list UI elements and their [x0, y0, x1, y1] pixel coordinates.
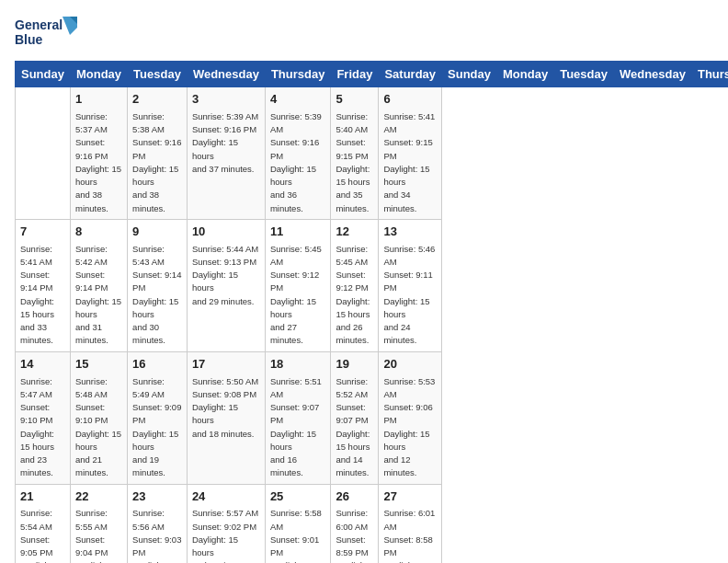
day-number: 9: [132, 224, 182, 241]
day-info: Sunrise: 5:39 AM Sunset: 9:16 PM Dayligh…: [192, 110, 260, 176]
day-number: 19: [336, 356, 373, 373]
calendar-cell: 27Sunrise: 6:01 AM Sunset: 8:58 PM Dayli…: [379, 484, 442, 563]
day-info: Sunrise: 5:46 AM Sunset: 9:11 PM Dayligh…: [383, 243, 437, 348]
day-info: Sunrise: 5:45 AM Sunset: 9:12 PM Dayligh…: [270, 243, 326, 348]
day-info: Sunrise: 5:42 AM Sunset: 9:14 PM Dayligh…: [75, 243, 122, 348]
day-info: Sunrise: 5:44 AM Sunset: 9:13 PM Dayligh…: [192, 243, 260, 308]
day-number: 6: [383, 91, 437, 109]
day-number: 24: [192, 488, 260, 506]
day-number: 7: [20, 224, 65, 241]
page-header: General Blue: [15, 15, 713, 53]
calendar-cell: 26Sunrise: 6:00 AM Sunset: 8:59 PM Dayli…: [331, 484, 379, 563]
day-info: Sunrise: 5:39 AM Sunset: 9:16 PM Dayligh…: [270, 110, 326, 215]
day-info: Sunrise: 5:41 AM Sunset: 9:14 PM Dayligh…: [20, 243, 65, 348]
svg-text:General: General: [15, 17, 63, 32]
calendar-cell: 23Sunrise: 5:56 AM Sunset: 9:03 PM Dayli…: [128, 484, 188, 563]
week-row-4: 21Sunrise: 5:54 AM Sunset: 9:05 PM Dayli…: [16, 484, 729, 563]
calendar-cell: 20Sunrise: 5:53 AM Sunset: 9:06 PM Dayli…: [379, 351, 442, 484]
header-day-thursday: Thursday: [265, 62, 331, 87]
header-day-tuesday: Tuesday: [128, 62, 188, 87]
day-info: Sunrise: 5:48 AM Sunset: 9:10 PM Dayligh…: [75, 375, 122, 480]
day-number: 22: [75, 488, 122, 506]
week-row-2: 7Sunrise: 5:41 AM Sunset: 9:14 PM Daylig…: [16, 219, 729, 351]
day-number: 5: [336, 91, 373, 109]
day-info: Sunrise: 6:00 AM Sunset: 8:59 PM Dayligh…: [336, 507, 373, 563]
day-number: 4: [270, 91, 326, 109]
calendar-cell: 1Sunrise: 5:37 AM Sunset: 9:16 PM Daylig…: [70, 87, 127, 220]
day-info: Sunrise: 5:54 AM Sunset: 9:05 PM Dayligh…: [20, 507, 65, 563]
day-number: 14: [20, 356, 65, 373]
header-monday: Monday: [497, 62, 554, 87]
day-number: 25: [270, 488, 326, 506]
calendar-cell: 24Sunrise: 5:57 AM Sunset: 9:02 PM Dayli…: [187, 484, 265, 563]
calendar-cell: 10Sunrise: 5:44 AM Sunset: 9:13 PM Dayli…: [187, 219, 265, 351]
calendar-cell: 4Sunrise: 5:39 AM Sunset: 9:16 PM Daylig…: [265, 87, 331, 220]
day-number: 21: [20, 488, 65, 506]
calendar-cell: 18Sunrise: 5:51 AM Sunset: 9:07 PM Dayli…: [265, 351, 331, 484]
day-info: Sunrise: 5:57 AM Sunset: 9:02 PM Dayligh…: [192, 507, 260, 563]
day-number: 1: [75, 91, 122, 109]
day-info: Sunrise: 5:49 AM Sunset: 9:09 PM Dayligh…: [132, 375, 182, 480]
svg-text:Blue: Blue: [15, 32, 43, 47]
day-info: Sunrise: 5:58 AM Sunset: 9:01 PM Dayligh…: [270, 507, 326, 563]
day-info: Sunrise: 5:43 AM Sunset: 9:14 PM Dayligh…: [132, 243, 182, 348]
day-info: Sunrise: 5:56 AM Sunset: 9:03 PM Dayligh…: [132, 507, 182, 563]
day-info: Sunrise: 5:47 AM Sunset: 9:10 PM Dayligh…: [20, 375, 65, 480]
calendar-cell: 19Sunrise: 5:52 AM Sunset: 9:07 PM Dayli…: [331, 351, 379, 484]
calendar-cell: 7Sunrise: 5:41 AM Sunset: 9:14 PM Daylig…: [16, 219, 71, 351]
calendar-cell: 9Sunrise: 5:43 AM Sunset: 9:14 PM Daylig…: [128, 219, 188, 351]
header-sunday: Sunday: [442, 62, 497, 87]
day-info: Sunrise: 5:55 AM Sunset: 9:04 PM Dayligh…: [75, 507, 122, 563]
day-number: 11: [270, 224, 326, 241]
header-tuesday: Tuesday: [554, 62, 614, 87]
day-number: 10: [192, 224, 260, 241]
day-info: Sunrise: 5:53 AM Sunset: 9:06 PM Dayligh…: [383, 375, 437, 480]
day-info: Sunrise: 5:40 AM Sunset: 9:15 PM Dayligh…: [336, 110, 373, 215]
calendar-header-row: SundayMondayTuesdayWednesdayThursdayFrid…: [16, 62, 729, 87]
calendar-cell: 8Sunrise: 5:42 AM Sunset: 9:14 PM Daylig…: [70, 219, 127, 351]
calendar-cell: 17Sunrise: 5:50 AM Sunset: 9:08 PM Dayli…: [187, 351, 265, 484]
calendar-cell: 16Sunrise: 5:49 AM Sunset: 9:09 PM Dayli…: [128, 351, 188, 484]
calendar-cell: 22Sunrise: 5:55 AM Sunset: 9:04 PM Dayli…: [70, 484, 127, 563]
calendar-cell: 5Sunrise: 5:40 AM Sunset: 9:15 PM Daylig…: [331, 87, 379, 220]
day-info: Sunrise: 6:01 AM Sunset: 8:58 PM Dayligh…: [383, 507, 437, 563]
day-info: Sunrise: 5:52 AM Sunset: 9:07 PM Dayligh…: [336, 375, 373, 480]
day-number: 2: [132, 91, 182, 109]
calendar-cell: 25Sunrise: 5:58 AM Sunset: 9:01 PM Dayli…: [265, 484, 331, 563]
calendar-cell: 6Sunrise: 5:41 AM Sunset: 9:15 PM Daylig…: [379, 87, 442, 220]
week-row-1: 1Sunrise: 5:37 AM Sunset: 9:16 PM Daylig…: [16, 87, 729, 220]
header-wednesday: Wednesday: [613, 62, 691, 87]
header-thursday: Thursday: [691, 62, 728, 87]
day-number: 23: [132, 488, 182, 506]
day-info: Sunrise: 5:41 AM Sunset: 9:15 PM Dayligh…: [383, 110, 437, 215]
header-day-sunday: Sunday: [16, 62, 71, 87]
calendar-cell: 2Sunrise: 5:38 AM Sunset: 9:16 PM Daylig…: [128, 87, 188, 220]
calendar-cell: 3Sunrise: 5:39 AM Sunset: 9:16 PM Daylig…: [187, 87, 265, 220]
calendar-cell: 13Sunrise: 5:46 AM Sunset: 9:11 PM Dayli…: [379, 219, 442, 351]
day-number: 3: [192, 91, 260, 109]
day-info: Sunrise: 5:45 AM Sunset: 9:12 PM Dayligh…: [336, 243, 373, 348]
calendar-cell: 15Sunrise: 5:48 AM Sunset: 9:10 PM Dayli…: [70, 351, 127, 484]
day-info: Sunrise: 5:50 AM Sunset: 9:08 PM Dayligh…: [192, 375, 260, 441]
day-info: Sunrise: 5:51 AM Sunset: 9:07 PM Dayligh…: [270, 375, 326, 480]
day-number: 20: [383, 356, 437, 373]
header-day-monday: Monday: [70, 62, 127, 87]
day-number: 27: [383, 488, 437, 506]
calendar-cell: 21Sunrise: 5:54 AM Sunset: 9:05 PM Dayli…: [16, 484, 71, 563]
week-row-3: 14Sunrise: 5:47 AM Sunset: 9:10 PM Dayli…: [16, 351, 729, 484]
calendar-cell: 11Sunrise: 5:45 AM Sunset: 9:12 PM Dayli…: [265, 219, 331, 351]
header-day-saturday: Saturday: [379, 62, 442, 87]
logo: General Blue: [15, 15, 79, 53]
day-info: Sunrise: 5:38 AM Sunset: 9:16 PM Dayligh…: [132, 110, 182, 215]
day-number: 13: [383, 224, 437, 241]
calendar-cell: 14Sunrise: 5:47 AM Sunset: 9:10 PM Dayli…: [16, 351, 71, 484]
header-day-wednesday: Wednesday: [187, 62, 265, 87]
day-number: 18: [270, 356, 326, 373]
logo-svg: General Blue: [15, 15, 79, 53]
day-number: 17: [192, 356, 260, 373]
day-number: 8: [75, 224, 122, 241]
day-number: 15: [75, 356, 122, 373]
day-number: 26: [336, 488, 373, 506]
calendar-cell: 12Sunrise: 5:45 AM Sunset: 9:12 PM Dayli…: [331, 219, 379, 351]
day-number: 12: [336, 224, 373, 241]
